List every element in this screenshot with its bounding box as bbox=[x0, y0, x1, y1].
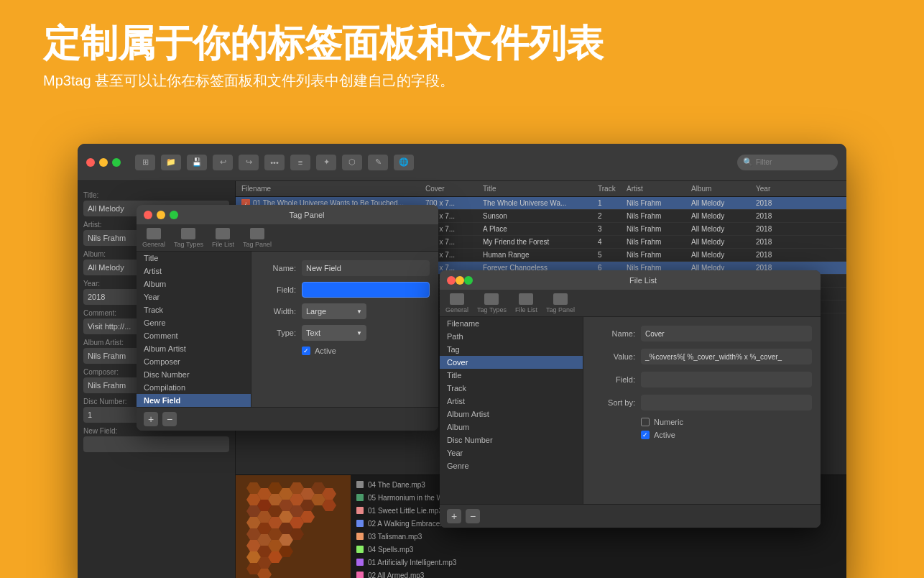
new-field-input[interactable] bbox=[83, 436, 229, 452]
tag-panel-tabs: General Tag Types File List Tag Panel bbox=[137, 225, 438, 252]
fl-close-btn[interactable] bbox=[447, 276, 456, 285]
tab-tag-types[interactable]: Tag Types bbox=[174, 228, 203, 248]
add-field-button[interactable]: + bbox=[144, 412, 158, 426]
file-color-dot bbox=[356, 572, 364, 578]
page-subtitle: Mp3tag 甚至可以让你在标签面板和文件列表中创建自己的字段。 bbox=[43, 71, 881, 91]
fl-list-item[interactable]: Filename bbox=[440, 317, 583, 330]
file-list-popup-titlebar: File List bbox=[440, 270, 821, 290]
list-item[interactable]: Year bbox=[137, 290, 251, 303]
toolbar-btn-3[interactable]: 💾 bbox=[187, 155, 207, 170]
fl-tab-tag-panel[interactable]: Tag Panel bbox=[546, 293, 575, 313]
remove-field-button[interactable]: − bbox=[162, 412, 177, 426]
active-checkbox-row: ✓ Active bbox=[302, 347, 430, 355]
toolbar-btn-7[interactable]: ≡ bbox=[290, 155, 310, 170]
fl-list-item[interactable]: Artist bbox=[440, 395, 583, 408]
fl-field-input[interactable] bbox=[641, 372, 812, 387]
file-list-tab-icon bbox=[216, 228, 230, 239]
list-item[interactable]: Composer bbox=[137, 355, 251, 368]
fl-remove-button[interactable]: − bbox=[466, 509, 480, 523]
list-item[interactable]: Comment bbox=[137, 329, 251, 342]
tag-panel-tab-icon bbox=[250, 228, 264, 239]
toolbar-btn-11[interactable]: 🌐 bbox=[394, 155, 414, 170]
fl-numeric-label: Numeric bbox=[654, 418, 683, 426]
list-item[interactable]: Track bbox=[137, 303, 251, 316]
tab-file-list[interactable]: File List bbox=[212, 228, 234, 248]
fl-sort-input[interactable] bbox=[641, 395, 812, 410]
fl-tab-file-list[interactable]: File List bbox=[515, 293, 537, 313]
tab-general[interactable]: General bbox=[142, 228, 165, 248]
col-header-cover: Cover bbox=[425, 185, 483, 193]
list-item[interactable]: Disc Number bbox=[137, 368, 251, 381]
active-checkbox[interactable]: ✓ bbox=[302, 347, 310, 355]
list-item[interactable]: Compilation bbox=[137, 381, 251, 394]
fl-fullscreen-btn[interactable] bbox=[464, 276, 473, 285]
fl-field-list: Filename Path Tag Cover Title Track Arti… bbox=[440, 317, 583, 504]
minimize-button[interactable] bbox=[99, 158, 108, 167]
fl-value-row: Value: _%covers%[ %_cover_width% x %_cov… bbox=[592, 349, 812, 364]
fl-list-item[interactable]: Album bbox=[440, 421, 583, 434]
page-title: 定制属于你的标签面板和文件列表 bbox=[43, 23, 881, 64]
list-item[interactable]: 04 Spells.mp3 bbox=[356, 543, 841, 556]
toolbar-btn-5[interactable]: ↪ bbox=[239, 155, 259, 170]
toolbar-btn-1[interactable]: ⊞ bbox=[135, 155, 155, 170]
fl-list-item-cover[interactable]: Cover bbox=[440, 356, 583, 369]
toolbar-btn-2[interactable]: 📁 bbox=[161, 155, 181, 170]
fl-general-icon bbox=[450, 293, 464, 305]
fl-list-item[interactable]: Year bbox=[440, 446, 583, 459]
tag-panel-title: Tag Panel bbox=[183, 211, 431, 219]
toolbar-btn-8[interactable]: ✦ bbox=[316, 155, 336, 170]
fl-list-item[interactable]: Tag bbox=[440, 343, 583, 356]
list-item[interactable]: 02 All Armed.mp3 bbox=[356, 569, 841, 578]
file-color-dot bbox=[356, 520, 364, 527]
list-item[interactable]: Genre bbox=[137, 316, 251, 329]
tag-panel-field-config: Name: New Field Field: Width: Large ▼ Ty… bbox=[251, 252, 438, 407]
fl-file-list-icon bbox=[519, 293, 533, 305]
toolbar-btn-6[interactable]: ••• bbox=[264, 155, 285, 170]
file-color-dot bbox=[356, 494, 364, 501]
fl-add-button[interactable]: + bbox=[447, 509, 461, 523]
field-config-input[interactable] bbox=[302, 282, 430, 298]
file-name: 02 All Armed.mp3 bbox=[368, 572, 424, 579]
fl-field-row: Field: bbox=[592, 372, 812, 387]
tab-tag-panel[interactable]: Tag Panel bbox=[243, 228, 272, 248]
file-list-popup-tabs: General Tag Types File List Tag Panel bbox=[440, 290, 821, 317]
popup-fullscreen-btn[interactable] bbox=[170, 211, 178, 219]
file-list-popup-content: Filename Path Tag Cover Title Track Arti… bbox=[440, 317, 821, 504]
fl-list-item[interactable]: Disc Number bbox=[440, 434, 583, 446]
fl-active-checkbox[interactable]: ✓ bbox=[641, 431, 650, 439]
fl-numeric-row: Numeric bbox=[641, 418, 812, 426]
fl-sort-row: Sort by: bbox=[592, 395, 812, 410]
popup-minimize-btn[interactable] bbox=[157, 211, 165, 219]
fl-list-item[interactable]: Path bbox=[440, 330, 583, 343]
fl-tab-general[interactable]: General bbox=[445, 293, 468, 313]
list-item[interactable]: 03 Talisman.mp3 bbox=[356, 530, 841, 543]
toolbar-btn-9[interactable]: ⬡ bbox=[342, 155, 362, 170]
fl-active-row: ✓ Active bbox=[641, 431, 812, 439]
fl-tag-types-icon bbox=[484, 293, 499, 305]
list-item[interactable]: Title bbox=[137, 252, 251, 265]
type-config-select[interactable]: Text ▼ bbox=[302, 325, 366, 341]
list-item[interactable]: 01 Artificially Intelligent.mp3 bbox=[356, 556, 841, 569]
fl-list-item[interactable]: Title bbox=[440, 369, 583, 382]
width-config-select[interactable]: Large ▼ bbox=[302, 303, 366, 319]
name-config-label: Name: bbox=[260, 264, 296, 272]
name-config-row: Name: New Field bbox=[260, 260, 430, 276]
fl-list-item[interactable]: Track bbox=[440, 382, 583, 395]
toolbar-btn-10[interactable]: ✎ bbox=[368, 155, 388, 170]
fullscreen-button[interactable] bbox=[112, 158, 121, 167]
popup-close-btn[interactable] bbox=[144, 211, 152, 219]
fl-numeric-checkbox[interactable] bbox=[641, 418, 650, 426]
file-name: 04 Spells.mp3 bbox=[368, 546, 413, 554]
fl-minimize-btn[interactable] bbox=[456, 276, 464, 285]
toolbar-btn-4[interactable]: ↩ bbox=[213, 155, 233, 170]
list-item[interactable]: Album Artist bbox=[137, 342, 251, 355]
fl-list-item[interactable]: Genre bbox=[440, 459, 583, 472]
list-item-new-field[interactable]: New Field bbox=[137, 394, 251, 407]
fl-list-item[interactable]: Album Artist bbox=[440, 408, 583, 421]
list-item[interactable]: Album bbox=[137, 277, 251, 290]
fl-tab-tag-types[interactable]: Tag Types bbox=[477, 293, 507, 313]
fl-name-value: Cover bbox=[641, 326, 812, 341]
list-item[interactable]: Artist bbox=[137, 265, 251, 277]
search-box[interactable]: 🔍 Filter bbox=[737, 155, 838, 170]
close-button[interactable] bbox=[86, 158, 95, 167]
